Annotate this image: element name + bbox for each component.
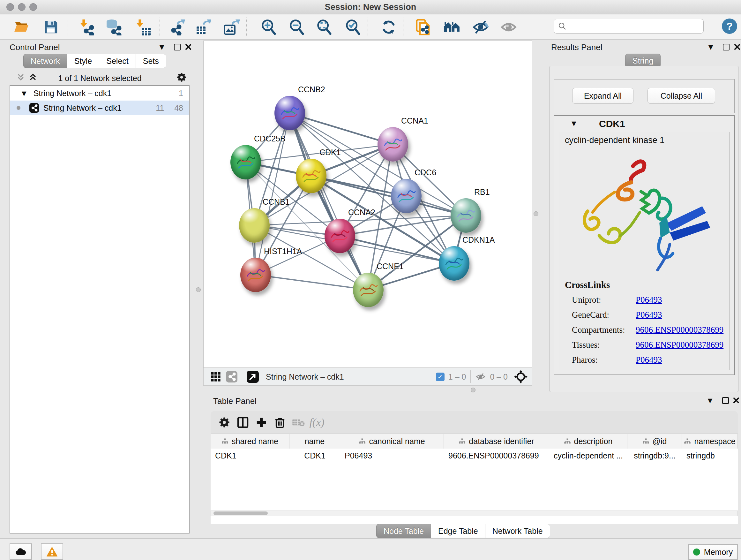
detach-view-button[interactable] bbox=[247, 371, 259, 383]
network-options-button[interactable] bbox=[177, 72, 186, 83]
grid-view-button[interactable] bbox=[211, 372, 221, 382]
table-row[interactable]: CDK1CDK1P064939606.ENSP00000378699cyclin… bbox=[211, 449, 738, 462]
export-network-button[interactable] bbox=[168, 18, 186, 36]
zoom-in-button[interactable] bbox=[260, 18, 278, 36]
toolbar-separator bbox=[403, 17, 403, 36]
left-splitter-handle[interactable] bbox=[196, 287, 201, 292]
control-panel-menu-button[interactable]: ▼ bbox=[157, 42, 166, 52]
results-panel-menu-button[interactable]: ▼ bbox=[706, 42, 716, 52]
table-cell[interactable]: cyclin-dependent ... bbox=[549, 449, 627, 462]
help-button[interactable]: ? bbox=[722, 18, 737, 34]
network-node-HIST1H1A[interactable] bbox=[240, 258, 271, 292]
tab-node-table[interactable]: Node Table bbox=[376, 524, 431, 538]
zoom-out-button[interactable] bbox=[288, 18, 306, 36]
network-node-CCNB2[interactable] bbox=[274, 96, 305, 130]
table-panel-float-button[interactable] bbox=[721, 395, 730, 405]
toolbar-separator bbox=[159, 17, 160, 36]
network-node-CCNE1[interactable] bbox=[353, 273, 384, 307]
tab-sets[interactable]: Sets bbox=[136, 54, 166, 68]
control-panel-close-button[interactable] bbox=[184, 42, 193, 52]
network-node-CCNA1[interactable] bbox=[378, 127, 408, 162]
zoom-selected-button[interactable] bbox=[344, 18, 362, 36]
right-splitter-handle[interactable] bbox=[534, 211, 538, 216]
selected-checkbox[interactable]: ✓ bbox=[436, 373, 445, 381]
string-home-button[interactable] bbox=[443, 18, 461, 36]
function-builder-button[interactable]: f(x) bbox=[308, 415, 326, 430]
import-network-database-button[interactable] bbox=[105, 18, 123, 36]
collapse-all-button[interactable]: Collapse All bbox=[648, 88, 715, 104]
cloud-status-button[interactable] bbox=[10, 543, 32, 560]
table-cell[interactable]: stringdb:9... bbox=[627, 449, 682, 462]
tab-edge-table[interactable]: Edge Table bbox=[431, 524, 485, 538]
table-cell[interactable]: CDK1 bbox=[211, 449, 289, 462]
export-table-button[interactable] bbox=[195, 18, 212, 36]
crosslink-link[interactable]: P06493 bbox=[636, 310, 662, 320]
zoom-fit-button[interactable] bbox=[315, 18, 333, 36]
network-node-CDC6[interactable] bbox=[391, 179, 421, 213]
table-options-button[interactable] bbox=[215, 415, 233, 430]
table-cell[interactable]: CDK1 bbox=[289, 449, 340, 462]
search-field bbox=[554, 19, 704, 34]
scrollbar-thumb[interactable] bbox=[213, 511, 268, 515]
hide-glass-button[interactable] bbox=[472, 18, 489, 36]
crosslink-link[interactable]: 9606.ENSP00000378699 bbox=[636, 325, 724, 335]
column-header-description[interactable]: description bbox=[549, 434, 627, 449]
crosslink-link[interactable]: P06493 bbox=[636, 355, 662, 365]
network-node-CCNB1[interactable] bbox=[239, 208, 270, 243]
results-panel-close-button[interactable] bbox=[732, 42, 741, 52]
column-header-canonical-name[interactable]: canonical name bbox=[340, 434, 444, 449]
network-node-CDKN1A[interactable] bbox=[439, 246, 469, 281]
column-header-namespace[interactable]: namespace bbox=[682, 434, 738, 449]
export-image-button[interactable] bbox=[223, 18, 241, 36]
network-node-CDK1[interactable] bbox=[296, 159, 327, 193]
table-cell[interactable]: P06493 bbox=[340, 449, 444, 462]
delete-column-button[interactable] bbox=[271, 415, 289, 430]
expand-all-button[interactable]: Expand All bbox=[572, 88, 633, 104]
tab-style[interactable]: Style bbox=[67, 54, 99, 68]
network-edge-CDK1-RB1[interactable] bbox=[311, 176, 465, 215]
tab-network-table[interactable]: Network Table bbox=[485, 524, 550, 538]
table-tabs: Node TableEdge TableNetwork Table bbox=[377, 524, 550, 538]
tab-select[interactable]: Select bbox=[99, 54, 136, 68]
table-panel-close-button[interactable] bbox=[731, 395, 741, 405]
control-panel-float-button[interactable] bbox=[172, 42, 182, 52]
network-node-RB1[interactable] bbox=[451, 198, 481, 233]
warnings-button[interactable] bbox=[41, 543, 63, 560]
network-edge-HIST1H1A-CCNE1[interactable] bbox=[256, 275, 368, 290]
table-horizontal-scrollbar[interactable] bbox=[211, 510, 738, 516]
column-header-@id[interactable]: @id bbox=[627, 434, 682, 449]
add-column-button[interactable] bbox=[252, 415, 271, 430]
table-panel-menu-button[interactable]: ▼ bbox=[705, 395, 715, 405]
network-node-CCNA2[interactable] bbox=[325, 219, 355, 253]
bottom-splitter-handle[interactable] bbox=[471, 388, 475, 392]
clone-network-button[interactable] bbox=[414, 18, 432, 36]
column-header-database-identifier[interactable]: database identifier bbox=[444, 434, 549, 449]
network-collection-row[interactable]: ▼ String Network – cdk1 1 bbox=[10, 86, 189, 101]
memory-button[interactable]: Memory bbox=[688, 544, 738, 560]
crosslink-link[interactable]: P06493 bbox=[636, 295, 662, 305]
open-session-button[interactable] bbox=[13, 18, 30, 36]
network-view-button[interactable] bbox=[226, 371, 238, 382]
tab-network[interactable]: Network bbox=[23, 54, 67, 68]
results-panel-float-button[interactable] bbox=[721, 42, 731, 52]
column-header-shared-name[interactable]: shared name bbox=[211, 434, 289, 449]
column-header-name[interactable]: name bbox=[289, 434, 340, 449]
tree-expand-icon[interactable]: ▼ bbox=[22, 90, 26, 97]
save-session-button[interactable] bbox=[42, 18, 60, 36]
network-edge-CCNB2-CCNE1[interactable] bbox=[289, 113, 368, 290]
show-glass-button[interactable] bbox=[500, 18, 518, 36]
network-node-CDC25B[interactable] bbox=[230, 145, 261, 179]
refresh-view-button[interactable] bbox=[380, 18, 398, 36]
table-cell[interactable]: 9606.ENSP00000378699 bbox=[444, 449, 549, 462]
table-cell[interactable]: stringdb bbox=[682, 449, 738, 462]
delete-table-button[interactable] bbox=[289, 415, 308, 430]
show-columns-button[interactable] bbox=[233, 415, 252, 430]
crosslink-link[interactable]: 9606.ENSP00000378699 bbox=[636, 340, 724, 350]
network-canvas[interactable]: CCNB2CCNA1CDC25BCDK1CDC6RB1CCNB1CCNA2CDK… bbox=[203, 41, 532, 368]
import-network-file-button[interactable] bbox=[78, 18, 96, 36]
birdseye-button[interactable] bbox=[514, 370, 528, 383]
search-input[interactable] bbox=[570, 21, 699, 31]
import-table-button[interactable] bbox=[134, 18, 152, 36]
section-collapse-icon[interactable]: ▼ bbox=[571, 120, 576, 127]
network-row-selected[interactable]: String Network – cdk1 11 48 bbox=[10, 101, 189, 115]
